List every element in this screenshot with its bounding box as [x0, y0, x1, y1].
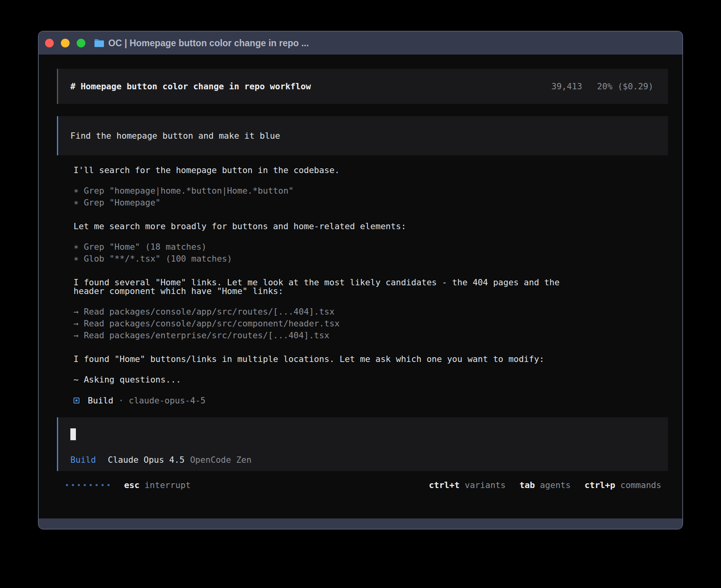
folder-icon	[94, 39, 104, 47]
assistant-transcript: I'll search for the homepage button in t…	[74, 164, 668, 394]
progress-dots	[66, 484, 109, 486]
transcript-line: ∗ Grep "Homepage"	[74, 197, 668, 209]
esc-label: interrupt	[145, 480, 191, 490]
composer-model[interactable]: Claude Opus 4.5	[108, 455, 185, 465]
progress-dot	[66, 484, 68, 486]
user-message: Find the homepage button and make it blu…	[57, 116, 668, 155]
composer-provider: OpenCode Zen	[190, 455, 251, 465]
status-left: esc interrupt	[66, 480, 191, 490]
transcript-spacer	[74, 265, 668, 277]
shortcut-label: agents	[540, 480, 571, 490]
message-input[interactable]: Build Claude Opus 4.5 OpenCode Zen	[57, 417, 668, 471]
transcript-line: ∗ Grep "Home" (18 matches)	[74, 241, 668, 253]
agent-status-row: Build · claude-opus-4-5	[74, 394, 668, 406]
transcript-line: ∗ Grep "homepage|home.*button|Home.*butt…	[74, 185, 668, 197]
terminal-window: OC | Homepage button color change in rep…	[38, 31, 683, 530]
transcript-spacer	[74, 209, 668, 220]
progress-dot	[108, 484, 109, 486]
progress-dot	[90, 484, 92, 486]
agent-separator: ·	[119, 396, 124, 405]
transcript-line: I found "Home" buttons/links in multiple…	[74, 353, 82, 362]
progress-dot	[72, 484, 74, 486]
progress-dot	[84, 484, 86, 486]
text-cursor	[70, 428, 76, 440]
transcript-line: ∗ Glob "**/*.tsx" (100 matches)	[74, 253, 668, 265]
shortcut-key: tab	[519, 480, 535, 490]
close-button[interactable]	[45, 39, 54, 47]
terminal-content: # Homepage button color change in repo w…	[39, 69, 682, 530]
status-bar: esc interrupt ctrl+tvariantstabagentsctr…	[39, 479, 682, 491]
progress-dot	[78, 484, 80, 486]
transcript-line: ~ Asking questions...	[74, 374, 82, 383]
composer-meta: Build Claude Opus 4.5 OpenCode Zen	[70, 454, 656, 466]
token-count: 39,413	[551, 81, 582, 91]
context-usage: 20% ($0.29)	[597, 81, 653, 91]
transcript-line: → Read packages/console/app/src/routes/[…	[74, 306, 668, 318]
session-title: # Homepage button color change in repo w…	[70, 81, 311, 91]
progress-dot	[102, 484, 104, 486]
composer-mode[interactable]: Build	[70, 455, 96, 465]
transcript-line: → Read packages/enterprise/src/routes/[.…	[74, 330, 668, 341]
user-message-text: Find the homepage button and make it blu…	[70, 131, 280, 141]
minimize-button[interactable]	[61, 39, 70, 47]
shortcut-label: variants	[465, 480, 506, 490]
titlebar[interactable]: OC | Homepage button color change in rep…	[39, 32, 682, 55]
shortcut-hints: ctrl+tvariantstabagentsctrl+pcommands	[429, 480, 661, 490]
shortcut-key: ctrl+p	[585, 480, 615, 490]
window-title: OC | Homepage button color change in rep…	[108, 38, 309, 49]
agent-name: Build	[88, 396, 113, 405]
transcript-line: header component which have "Home" links…	[74, 285, 82, 294]
shortcut-agents: tabagents	[519, 480, 571, 490]
shortcut-key: ctrl+t	[429, 480, 460, 490]
window-footer	[39, 518, 682, 529]
shortcut-variants: ctrl+tvariants	[429, 480, 506, 490]
shortcut-label: commands	[620, 480, 661, 490]
esc-key: esc	[124, 480, 140, 490]
transcript-spacer	[74, 341, 668, 353]
agent-icon	[74, 398, 79, 403]
session-stats: 39,413 20% ($0.29)	[551, 81, 653, 91]
zoom-button[interactable]	[77, 39, 85, 47]
agent-model: claude-opus-4-5	[129, 396, 206, 405]
transcript-line: I found several "Home" links. Let me loo…	[74, 277, 82, 285]
progress-dot	[96, 484, 98, 486]
session-header: # Homepage button color change in repo w…	[57, 69, 668, 104]
transcript-line: → Read packages/console/app/src/componen…	[74, 318, 668, 330]
transcript-line: I'll search for the homepage button in t…	[74, 164, 82, 173]
shortcut-commands: ctrl+pcommands	[585, 480, 661, 490]
window-controls	[45, 39, 85, 47]
transcript-line: Let me search more broadly for buttons a…	[74, 220, 82, 229]
